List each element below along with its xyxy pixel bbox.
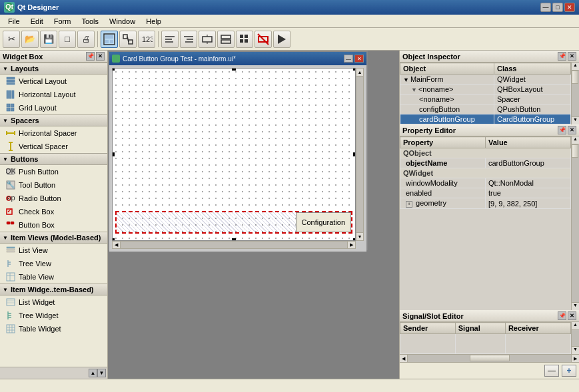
form-scroll-down[interactable]: ▼ <box>356 232 363 240</box>
widget-list-scroll-down[interactable]: ▼ <box>97 369 106 377</box>
toolbar-open[interactable]: 📂 <box>21 31 39 48</box>
handle-tl[interactable] <box>112 68 115 71</box>
toolbar-same-width[interactable] <box>217 31 235 48</box>
menu-window[interactable]: Window <box>104 16 141 27</box>
ss-close[interactable]: ✕ <box>568 311 576 320</box>
widget-box-close[interactable]: ✕ <box>96 52 105 61</box>
close-button[interactable]: ✕ <box>564 3 575 12</box>
widget-table-view[interactable]: Table View <box>0 270 107 284</box>
prop-windowmodality-val[interactable]: Qt::NonModal <box>486 178 571 188</box>
toolbar-align-r[interactable] <box>180 31 197 48</box>
widget-list-scroll-up[interactable]: ▲ <box>89 369 97 377</box>
widget-list-widget[interactable]: List Widget <box>0 295 107 309</box>
obj-scroll-up[interactable]: ▲ <box>572 63 579 71</box>
obj-row-noname2[interactable]: <noname> Spacer <box>400 95 571 104</box>
toolbar-cut[interactable]: ✂ <box>3 31 20 48</box>
menu-file[interactable]: File <box>3 16 25 27</box>
widget-push-button[interactable]: OK Push Button <box>0 165 107 178</box>
toolbar-adjust-size[interactable] <box>199 31 216 48</box>
handle-ml[interactable] <box>112 152 115 156</box>
obj-row-mainform[interactable]: ▼MainForm QWidget <box>400 75 571 85</box>
ss-scroll-down[interactable]: ▼ <box>572 346 579 354</box>
widget-list-view[interactable]: List View <box>0 244 107 257</box>
form-close[interactable]: ✕ <box>354 55 364 63</box>
form-window: Card Button Group Test - mainform.ui* — … <box>108 51 368 250</box>
prop-row-enabled[interactable]: enabled true <box>400 188 571 198</box>
maximize-button[interactable]: □ <box>552 3 563 12</box>
obj-row-cardbtngroup[interactable]: cardButtonGroup CardButtonGroup <box>400 114 571 124</box>
form-scroll-left[interactable]: ◀ <box>113 242 121 248</box>
category-item-widgets[interactable]: ▼ Item Widge..tem-Based) <box>0 284 107 295</box>
obj-inspector-vscroll[interactable]: ▲ ▼ <box>571 63 579 124</box>
ss-scroll-up[interactable]: ▲ <box>572 322 579 330</box>
ss-scroll-right[interactable]: ▶ <box>571 355 579 362</box>
menu-edit[interactable]: Edit <box>25 16 49 27</box>
category-item-views[interactable]: ▼ Item Views (Model-Based) <box>0 232 107 244</box>
prop-row-objectname[interactable]: objectName cardButtonGroup <box>400 158 571 168</box>
prop-scroll-up[interactable]: ▲ <box>572 136 579 144</box>
toolbar-preview[interactable] <box>273 31 290 48</box>
category-spacers[interactable]: ▼ Spacers <box>0 114 107 126</box>
toolbar-align-l[interactable] <box>161 31 179 48</box>
category-layouts[interactable]: ▼ Layouts <box>0 63 107 75</box>
widget-tree-view[interactable]: Tree View <box>0 257 107 270</box>
widget-horizontal-layout[interactable]: Horizontal Layout <box>0 88 107 101</box>
prop-editor-close[interactable]: ✕ <box>568 126 576 134</box>
widget-grid-layout[interactable]: Grid Layout <box>0 101 107 114</box>
obj-scroll-down[interactable]: ▼ <box>572 116 579 124</box>
category-buttons[interactable]: ▼ Buttons <box>0 153 107 165</box>
prop-row-geometry[interactable]: + geometry [9, 9, 382, 250] <box>400 198 571 209</box>
widget-check-box[interactable]: ✓ Check Box <box>0 205 107 218</box>
toolbar-print[interactable]: 🖨 <box>77 31 95 48</box>
minimize-button[interactable]: — <box>540 3 551 12</box>
widget-vertical-layout[interactable]: Vertical Layout <box>0 75 107 88</box>
form-canvas[interactable]: Configuration <box>112 68 356 241</box>
prop-scroll-down[interactable]: ▼ <box>572 302 579 310</box>
toolbar-new[interactable]: □ <box>59 31 76 48</box>
widget-table-widget[interactable]: Table Widget <box>0 322 107 335</box>
obj-inspector-pin[interactable]: 📌 <box>558 52 566 61</box>
prop-objectname-val[interactable]: cardButtonGroup <box>486 158 571 168</box>
form-vscroll[interactable]: ▲ ▼ <box>356 68 364 241</box>
form-minimize[interactable]: — <box>344 55 353 63</box>
widget-tool-button[interactable]: 🔧 Tool Button <box>0 178 107 192</box>
config-button[interactable]: Configuration <box>296 212 351 232</box>
geometry-expand-icon[interactable]: + <box>406 201 412 208</box>
form-scroll-up[interactable]: ▲ <box>356 69 363 77</box>
menu-tools[interactable]: Tools <box>76 16 104 27</box>
widget-button-box[interactable]: Button Box <box>0 218 107 232</box>
handle-tm[interactable] <box>232 68 236 71</box>
ss-vscroll[interactable]: ▲ ▼ <box>571 322 579 354</box>
menu-help[interactable]: Help <box>141 16 167 27</box>
prop-geometry-val[interactable]: [9, 9, 382, 250] <box>486 198 571 209</box>
obj-row-noname1[interactable]: ▼<noname> QHBoxLayout <box>400 85 571 95</box>
toolbar-grid-layout[interactable] <box>236 31 253 48</box>
form-scroll-right[interactable]: ▶ <box>347 242 355 248</box>
prop-row-windowmodality[interactable]: windowModality Qt::NonModal <box>400 178 571 188</box>
toolbar-save[interactable]: 💾 <box>40 31 57 48</box>
obj-inspector-close[interactable]: ✕ <box>568 52 576 61</box>
widget-v-spacer[interactable]: Vertical Spacer <box>0 140 107 153</box>
ss-hscroll[interactable]: ◀ ▶ <box>400 354 579 362</box>
svg-rect-20 <box>221 40 231 43</box>
widget-radio-button[interactable]: opt Radio Button <box>0 192 107 205</box>
tool-button-icon: 🔧 <box>5 180 16 190</box>
menu-form[interactable]: Form <box>49 16 77 27</box>
toolbar-connections[interactable] <box>119 31 137 48</box>
ss-remove-button[interactable]: — <box>544 365 559 377</box>
card-button-group-widget[interactable]: Configuration <box>115 211 352 234</box>
prop-enabled-val[interactable]: true <box>486 188 571 198</box>
toolbar-break-layout[interactable] <box>255 31 272 48</box>
ss-pin[interactable]: 📌 <box>558 311 566 320</box>
toolbar-tab-order[interactable]: 123 <box>138 31 155 48</box>
widget-tree-widget[interactable]: Tree Widget <box>0 309 107 322</box>
ss-scroll-left[interactable]: ◀ <box>400 355 408 362</box>
toolbar-widget-editor[interactable] <box>101 31 118 48</box>
widget-box-pin[interactable]: 📌 <box>86 52 95 61</box>
prop-vscroll[interactable]: ▲ ▼ <box>571 136 579 310</box>
obj-row-configbutton[interactable]: configButton QPushButton <box>400 104 571 114</box>
ss-add-button[interactable]: + <box>562 365 576 377</box>
prop-editor-pin[interactable]: 📌 <box>558 126 566 134</box>
form-hscroll[interactable]: ◀ ▶ <box>112 241 356 249</box>
widget-h-spacer[interactable]: Horizontal Spacer <box>0 126 107 140</box>
